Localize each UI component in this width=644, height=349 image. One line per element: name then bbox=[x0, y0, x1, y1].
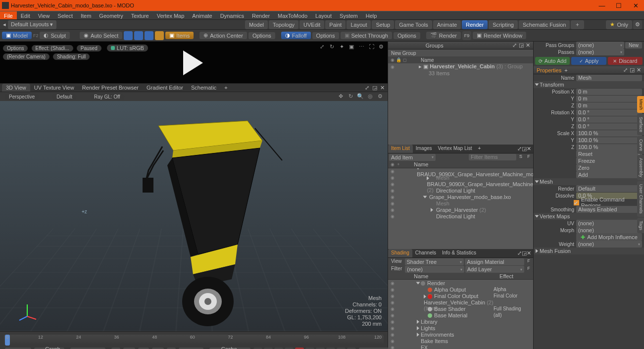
sel-vert-icon[interactable] bbox=[124, 31, 133, 40]
roty-field[interactable]: 0.0 ° bbox=[576, 116, 642, 123]
layouts-arrow-icon[interactable]: ◂ bbox=[3, 21, 6, 28]
sidetab-curve[interactable]: Curve bbox=[637, 136, 644, 154]
vp-icon-gear[interactable]: ⚙ bbox=[377, 93, 384, 100]
list-item[interactable]: ◉ BRAUD_9090X_Grape_Harvester_Machine_mo… bbox=[388, 168, 533, 175]
render-dd[interactable]: Default▾ bbox=[576, 185, 642, 192]
gear-icon[interactable]: ⚙ bbox=[633, 20, 642, 29]
rp-icon-5[interactable]: ⋯ bbox=[358, 44, 365, 50]
sh-close-icon[interactable]: ✕ bbox=[527, 250, 531, 256]
list-item[interactable]: ◉Base ShaderFull Shading bbox=[388, 305, 533, 312]
menu-layout[interactable]: Layout bbox=[311, 11, 336, 19]
rp-icon-7[interactable]: ⚙ bbox=[378, 44, 385, 50]
ws-gametools[interactable]: Game Tools bbox=[395, 20, 432, 29]
tab-grad[interactable]: Gradient Editor bbox=[143, 84, 187, 92]
add-dd[interactable]: Add▾ bbox=[576, 171, 642, 178]
item-list[interactable]: ◉ BRAUD_9090X_Grape_Harvester_Machine_mo… bbox=[388, 168, 533, 249]
mode-options2[interactable]: Options bbox=[312, 32, 339, 39]
discard-button[interactable]: ✕ Discard bbox=[608, 57, 643, 65]
tab-uvtex[interactable]: UV Texture View bbox=[30, 84, 78, 92]
mode-model[interactable]: ▣ Model bbox=[2, 32, 32, 39]
ws-schematic[interactable]: Schematic Fusion bbox=[519, 20, 570, 29]
ws-uvedit[interactable]: UVEdit bbox=[299, 20, 324, 29]
ws-animate[interactable]: Animate bbox=[433, 20, 461, 29]
sidetab-mesh[interactable]: Mesh bbox=[637, 96, 644, 113]
smoothing-dd[interactable]: Always Enabled▾ bbox=[576, 206, 642, 213]
vp-raygl[interactable]: Ray GL: Off bbox=[90, 94, 124, 100]
rotz-field[interactable]: 0.0 ° bbox=[576, 123, 642, 130]
morph-dd[interactable]: (none)▾ bbox=[576, 227, 642, 234]
vt-close-icon[interactable]: ✕ bbox=[380, 85, 385, 91]
rp-options[interactable]: Options bbox=[3, 45, 28, 51]
reset-dd[interactable]: Reset▾ bbox=[576, 150, 642, 157]
minimize-button[interactable]: — bbox=[594, 0, 610, 11]
ws-setup[interactable]: Setup bbox=[372, 20, 394, 29]
menu-system[interactable]: System bbox=[336, 11, 362, 19]
mode-options3[interactable]: Options bbox=[394, 32, 420, 39]
mode-selthrough[interactable]: ▣ Select Through bbox=[341, 32, 392, 39]
menu-render[interactable]: Render bbox=[248, 11, 274, 19]
passgroups-dd[interactable]: (none)▾ bbox=[576, 42, 624, 49]
il-f-icon[interactable]: F bbox=[525, 154, 532, 161]
mode-renderwindow[interactable]: ▣ Render Window bbox=[473, 32, 526, 39]
shfilter-dd[interactable]: (none)▾ bbox=[405, 266, 464, 273]
list-item[interactable]: ◉ Grape_Harvester_modo_base.lxo bbox=[388, 194, 533, 200]
passes-dd[interactable]: (none)▾ bbox=[576, 49, 624, 55]
rp-icon-4[interactable]: ▣ bbox=[348, 44, 355, 50]
only-toggle[interactable]: ★Only bbox=[606, 20, 632, 29]
ws-layout[interactable]: Layout bbox=[347, 20, 371, 29]
apply-button[interactable]: ✓ Apply bbox=[571, 57, 606, 65]
sclx-field[interactable]: 100.0 % bbox=[576, 130, 642, 137]
rp-icon-3[interactable]: ✦ bbox=[338, 44, 345, 50]
sidetab-userchan[interactable]: User Channels bbox=[637, 181, 644, 217]
menu-view[interactable]: View bbox=[34, 11, 54, 19]
groups-undock-icon[interactable]: ◲ bbox=[519, 42, 524, 49]
vp-default[interactable]: Default bbox=[52, 94, 76, 100]
layouts-dropdown[interactable]: Default Layouts ▾ bbox=[8, 20, 56, 29]
rp-lut[interactable]: LUT: sRGB bbox=[117, 45, 144, 51]
sel-mat-icon[interactable] bbox=[155, 31, 164, 40]
list-item[interactable]: ◉FX bbox=[388, 344, 533, 349]
rp-effect[interactable]: Effect: (Shadi... bbox=[32, 45, 73, 51]
menu-dynamics[interactable]: Dynamics bbox=[216, 11, 248, 19]
tab-add2[interactable]: + bbox=[475, 145, 484, 153]
menu-edit[interactable]: Edit bbox=[17, 11, 34, 19]
list-item[interactable]: ◉Harvester_Vehicle_Cabin (2) (Item) bbox=[388, 299, 533, 305]
mode-actioncenter[interactable]: ⊕ Action Center bbox=[199, 32, 247, 39]
tab-shading[interactable]: Shading bbox=[388, 249, 412, 257]
ws-paint[interactable]: Paint bbox=[325, 20, 346, 29]
groups-close-icon[interactable]: ✕ bbox=[526, 42, 530, 49]
sidetab-tags[interactable]: Tags bbox=[637, 218, 644, 233]
sel-poly-icon[interactable] bbox=[145, 31, 153, 40]
timeline-ruler[interactable]: 0 12 24 36 48 60 72 84 96 108 120 bbox=[4, 335, 384, 346]
il-undock-icon[interactable]: ◲ bbox=[522, 146, 527, 151]
name-field[interactable]: Mesh bbox=[576, 75, 642, 81]
tab-add[interactable]: + bbox=[220, 84, 231, 92]
viewport-3d[interactable]: +z bbox=[0, 101, 388, 331]
list-item[interactable]: ◉Base Material(all) bbox=[388, 312, 533, 318]
mode-render[interactable]: 🎬 Render bbox=[426, 32, 461, 39]
sidetab-surface[interactable]: Surface bbox=[637, 114, 644, 135]
vt-undock-icon[interactable]: ◲ bbox=[372, 85, 377, 91]
tab-vml[interactable]: Vertex Map List bbox=[435, 145, 475, 153]
zero-dd[interactable]: Zero▾ bbox=[576, 164, 642, 171]
close-button[interactable]: ✕ bbox=[627, 0, 644, 11]
menu-animate[interactable]: Animate bbox=[188, 11, 216, 19]
passgroups-new[interactable]: New bbox=[625, 42, 642, 49]
list-item[interactable]: ◉Environments bbox=[388, 331, 533, 338]
rp-icon-2[interactable]: ↻ bbox=[328, 44, 335, 50]
uv-dd[interactable]: (none)▾ bbox=[576, 220, 642, 227]
rp-icon-1[interactable]: ⤢ bbox=[318, 44, 325, 50]
rp-paused[interactable]: Paused bbox=[77, 45, 101, 51]
sh-f2-icon[interactable]: F bbox=[525, 266, 532, 272]
ws-model[interactable]: Model bbox=[245, 20, 268, 29]
sh-expand-icon[interactable]: ⤢ bbox=[517, 250, 522, 256]
tab-schem[interactable]: Schematic bbox=[187, 84, 220, 92]
vp-icon-move[interactable]: ✥ bbox=[337, 93, 344, 100]
ecr-checkbox[interactable]: ✔ bbox=[574, 200, 579, 205]
grp-lock-icon[interactable]: 🔒 bbox=[396, 57, 401, 62]
posx-field[interactable]: 0 m bbox=[576, 89, 642, 95]
maximize-button[interactable]: ☐ bbox=[610, 0, 627, 11]
weight-dd[interactable]: (none)▾ bbox=[576, 241, 642, 248]
grp-vis-icon[interactable]: ◉ bbox=[390, 57, 395, 62]
pr-undock-icon[interactable]: ◲ bbox=[630, 67, 635, 73]
